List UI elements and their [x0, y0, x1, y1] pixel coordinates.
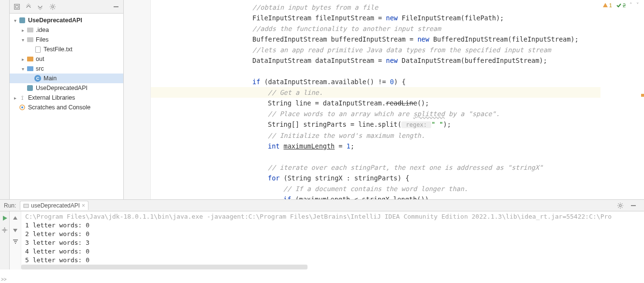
weak-warning-indicator[interactable]: 2 — [616, 2, 626, 8]
hide-icon[interactable] — [630, 203, 640, 209]
console-line: 3 letter words: 3 — [25, 238, 640, 247]
warning-indicator[interactable]: 1 — [602, 2, 612, 8]
chevron-right-icon[interactable]: ▸ — [12, 95, 18, 101]
down-icon[interactable] — [12, 226, 19, 234]
project-tool-window: ▾ UseDeprecatedAPI ▸ .idea ▾ Files TestF… — [10, 0, 124, 199]
folder-icon — [27, 66, 33, 71]
tree-folder-src[interactable]: ▾ src — [10, 64, 123, 74]
svg-rect-8 — [631, 205, 636, 206]
console-line: 5 letter words: 0 — [25, 256, 640, 265]
chevron-down-icon[interactable]: ˅ — [636, 2, 639, 8]
svg-rect-11 — [14, 241, 17, 242]
horizontal-scrollbar[interactable] — [21, 265, 307, 269]
tree-external-libs[interactable]: ▸ ⟟ External Libraries — [10, 93, 123, 103]
gear-icon[interactable] — [47, 1, 58, 12]
svg-point-7 — [619, 204, 621, 206]
run-action-toolbar: >> — [0, 211, 10, 269]
chevron-down-icon[interactable]: ▾ — [12, 18, 18, 23]
console-line: 2 letter words: 0 — [25, 230, 640, 238]
console-output[interactable]: C:\Program Files\Java\jdk-18.0.1.1\bin\j… — [21, 211, 644, 269]
filter-icon[interactable] — [12, 238, 19, 245]
tree-folder-out[interactable]: ▸ out — [10, 54, 123, 64]
svg-point-9 — [4, 229, 6, 231]
svg-rect-3 — [114, 6, 118, 7]
code-content[interactable]: //obtain input bytes from a file FileInp… — [124, 0, 644, 199]
run-tool-window: Run: useDeprecatedAPI × >> C:\Program Fi… — [0, 199, 644, 269]
iml-icon — [27, 85, 33, 91]
chevron-down-icon[interactable]: ▾ — [19, 66, 26, 72]
svg-rect-12 — [15, 243, 16, 244]
gear-icon[interactable] — [617, 202, 627, 209]
run-header: Run: useDeprecatedAPI × — [0, 200, 644, 211]
project-tree[interactable]: ▾ UseDeprecatedAPI ▸ .idea ▾ Files TestF… — [10, 14, 123, 199]
text-file-icon — [35, 46, 41, 53]
module-icon — [19, 17, 25, 23]
console-line: 1 letter words: 0 — [25, 221, 640, 230]
editor-gutter[interactable] — [124, 0, 151, 199]
svg-point-5 — [21, 106, 23, 108]
chevron-right-icon[interactable]: ▸ — [19, 28, 26, 33]
svg-rect-6 — [24, 204, 29, 208]
select-opened-file-icon[interactable] — [12, 1, 22, 12]
scratches-icon — [18, 104, 26, 111]
error-stripe-marker[interactable] — [641, 94, 644, 97]
tree-scratches[interactable]: Scratches and Console — [10, 103, 123, 112]
svg-rect-10 — [13, 239, 18, 240]
chevron-up-icon[interactable]: ˄ — [629, 2, 632, 8]
project-name: UseDeprecatedAPI — [28, 17, 82, 24]
rerun-icon[interactable] — [1, 214, 9, 222]
run-tab[interactable]: useDeprecatedAPI × — [20, 201, 88, 210]
folder-icon — [27, 37, 33, 42]
inspections-widget[interactable]: 1 2 ˄ ˅ — [602, 2, 639, 8]
command-line: C:\Program Files\Java\jdk-18.0.1.1\bin\j… — [25, 212, 640, 221]
run-config-icon — [23, 203, 29, 209]
folder-icon — [27, 57, 33, 61]
console-line: 4 letter words: 0 — [25, 247, 640, 256]
tree-file-testfile[interactable]: TestFile.txt — [10, 45, 123, 54]
warning-icon — [602, 2, 608, 8]
run-label: Run: — [4, 202, 16, 209]
tree-root[interactable]: ▾ UseDeprecatedAPI — [10, 15, 123, 25]
run-nav-toolbar — [10, 211, 21, 269]
more-icon[interactable]: >> — [1, 277, 7, 282]
hide-icon[interactable] — [111, 1, 121, 12]
tree-folder-idea[interactable]: ▸ .idea — [10, 25, 123, 35]
chevron-right-icon[interactable]: ▸ — [19, 57, 26, 62]
tree-folder-files[interactable]: ▾ Files — [10, 35, 123, 45]
settings-icon[interactable] — [1, 226, 9, 234]
collapse-all-icon[interactable] — [35, 1, 45, 12]
up-icon[interactable] — [12, 214, 19, 222]
check-icon — [616, 2, 622, 8]
libraries-icon: ⟟ — [18, 94, 26, 102]
tree-iml-file[interactable]: UseDeprecatedAPI — [10, 83, 123, 93]
editor[interactable]: 1 2 ˄ ˅ //obtain input bytes from a file… — [124, 0, 644, 199]
close-icon[interactable]: × — [82, 202, 85, 209]
chevron-down-icon[interactable]: ▾ — [19, 37, 26, 43]
project-toolbar — [10, 0, 123, 14]
svg-point-2 — [52, 5, 54, 7]
tree-class-main[interactable]: C Main — [10, 74, 123, 83]
svg-rect-0 — [15, 4, 20, 9]
svg-rect-1 — [15, 5, 18, 8]
folder-icon — [27, 28, 33, 32]
left-gutter — [0, 0, 10, 199]
expand-all-icon[interactable] — [23, 1, 34, 12]
class-icon: C — [34, 75, 41, 82]
